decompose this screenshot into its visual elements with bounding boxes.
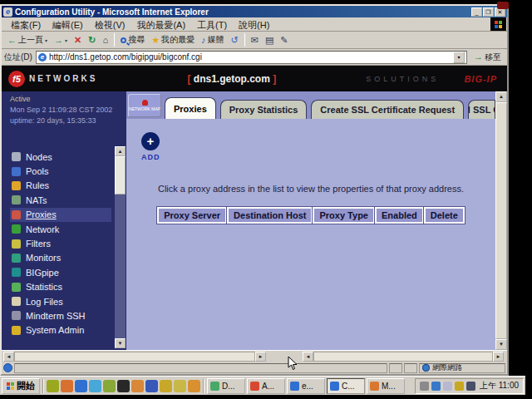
page-scrollbar-vertical[interactable]: ▲ ▼ bbox=[495, 91, 507, 350]
address-url[interactable]: http://dns1.getop.com/bigipgui/bigconf.c… bbox=[49, 52, 451, 62]
refresh-button[interactable]: ↻ bbox=[85, 35, 99, 46]
menu-item[interactable]: 工具(T) bbox=[191, 19, 233, 31]
quicklaunch-icon[interactable] bbox=[145, 380, 158, 392]
scroll-down-icon[interactable]: ▼ bbox=[115, 338, 126, 348]
sidebar-item[interactable]: Nodes bbox=[10, 150, 111, 164]
quicklaunch-icon[interactable] bbox=[61, 380, 73, 392]
address-dropdown-icon[interactable]: ▾ bbox=[453, 52, 465, 63]
task-button[interactable]: e... bbox=[287, 378, 325, 394]
print-icon: ▤ bbox=[265, 36, 273, 45]
stop-button[interactable]: ✕ bbox=[71, 35, 85, 46]
home-button[interactable]: ⌂ bbox=[99, 35, 111, 46]
sidebar-item[interactable]: Network bbox=[10, 222, 111, 236]
task-button[interactable]: M... bbox=[367, 378, 405, 394]
mail-button[interactable]: ✉ bbox=[248, 35, 262, 46]
sidebar-item[interactable]: Pools bbox=[10, 164, 111, 178]
back-button[interactable]: ← 上一頁 ▾ bbox=[4, 33, 51, 47]
ie-window-icon: e bbox=[3, 7, 12, 17]
sidebar-item[interactable]: Proxies bbox=[10, 208, 111, 222]
tray-icon[interactable] bbox=[443, 382, 452, 391]
search-button[interactable]: 搜尋 bbox=[117, 33, 148, 47]
forward-button[interactable]: → ▾ bbox=[51, 35, 71, 46]
sidebar-item[interactable]: Rules bbox=[10, 179, 111, 193]
scroll-thumb[interactable] bbox=[115, 156, 126, 195]
menu-item[interactable]: 檔案(F) bbox=[5, 19, 47, 31]
back-dropdown-icon[interactable]: ▾ bbox=[45, 37, 47, 43]
tray-icon[interactable] bbox=[420, 382, 429, 391]
sidebar-scrollbar-horizontal[interactable]: ◄ ► bbox=[3, 352, 266, 362]
menu-item[interactable]: 說明(H) bbox=[233, 19, 275, 31]
quicklaunch-icon[interactable] bbox=[47, 380, 59, 392]
scroll-track[interactable] bbox=[313, 352, 493, 362]
scroll-left-icon[interactable]: ◄ bbox=[3, 352, 14, 362]
tab[interactable]: Proxy Statistics bbox=[220, 100, 308, 119]
scroll-up-icon[interactable]: ▲ bbox=[495, 91, 507, 102]
scroll-track[interactable] bbox=[14, 352, 255, 362]
table-header-cell[interactable]: Enabled bbox=[375, 207, 424, 224]
forward-dropdown-icon[interactable]: ▾ bbox=[65, 37, 67, 43]
quicklaunch-icon[interactable] bbox=[75, 380, 87, 392]
sidebar-item[interactable]: System Admin bbox=[10, 323, 111, 337]
task-icon bbox=[290, 382, 299, 391]
quicklaunch-icon[interactable] bbox=[103, 380, 116, 392]
sidebar-item[interactable]: Log Files bbox=[10, 294, 111, 308]
network-map-button[interactable]: NETWORK MAP bbox=[128, 94, 161, 117]
tab[interactable]: Install SSL Certifi bbox=[468, 100, 495, 119]
table-header-cell[interactable]: Proxy Server bbox=[157, 207, 227, 224]
sidebar-item[interactable]: BIGpipe bbox=[10, 265, 111, 279]
print-button[interactable]: ▤ bbox=[262, 35, 277, 46]
tray-icon[interactable] bbox=[431, 382, 441, 391]
main-scrollbar-horizontal[interactable]: ◄ ► bbox=[303, 352, 504, 362]
quicklaunch-icon[interactable] bbox=[174, 380, 186, 392]
quicklaunch-icon[interactable] bbox=[160, 380, 172, 392]
scroll-up-icon[interactable]: ▲ bbox=[115, 146, 126, 156]
sidebar-item[interactable]: Monitors bbox=[10, 251, 111, 265]
maximize-button[interactable]: ❐ bbox=[483, 7, 494, 17]
sidebar-item-label: System Admin bbox=[26, 325, 84, 335]
task-button[interactable]: D... bbox=[207, 378, 245, 394]
tray-icon[interactable] bbox=[455, 382, 464, 391]
history-button[interactable]: ↺ bbox=[228, 35, 242, 46]
quicklaunch-icon[interactable] bbox=[89, 380, 101, 392]
scroll-thumb[interactable] bbox=[495, 102, 507, 339]
sidebar-item[interactable]: Statistics bbox=[10, 280, 111, 294]
scroll-right-icon[interactable]: ► bbox=[493, 352, 504, 362]
proxy-table: Proxy ServerDestination HostProxy TypeEn… bbox=[126, 207, 495, 224]
favorites-button[interactable]: ★ 我的最愛 bbox=[148, 33, 198, 47]
scroll-left-icon[interactable]: ◄ bbox=[303, 352, 313, 362]
address-input[interactable]: e http://dns1.getop.com/bigipgui/bigconf… bbox=[36, 51, 467, 64]
menu-item[interactable]: 檢視(V) bbox=[89, 19, 131, 31]
media-button[interactable]: ♪ 媒體 bbox=[198, 33, 228, 47]
zone-label: 網際網路 bbox=[432, 362, 462, 373]
go-button[interactable]: → 移至 bbox=[470, 52, 505, 63]
sidebar-item[interactable]: Mindterm SSH bbox=[10, 308, 111, 323]
minimize-button[interactable]: _ bbox=[471, 7, 482, 17]
quicklaunch-icon[interactable] bbox=[131, 380, 144, 392]
task-button[interactable]: A... bbox=[247, 378, 285, 394]
menu-item[interactable]: 編輯(E) bbox=[47, 19, 89, 31]
tray-icon[interactable] bbox=[466, 382, 475, 391]
tab[interactable]: Proxies bbox=[165, 97, 216, 119]
scroll-down-icon[interactable]: ▼ bbox=[495, 339, 507, 350]
bracket: ] bbox=[273, 73, 276, 85]
quicklaunch-icon[interactable] bbox=[188, 380, 200, 392]
edit-button[interactable]: ✎ bbox=[277, 35, 291, 46]
menu-item[interactable]: 我的最愛(A) bbox=[131, 19, 191, 31]
sidebar: Active Mon Sep 2 11:09:28 CST 2002 uptim… bbox=[2, 91, 126, 350]
taskbar-clock[interactable]: 上午 11:00 bbox=[480, 380, 519, 392]
sidebar-item-label: Mindterm SSH bbox=[26, 311, 86, 321]
add-button[interactable]: + ADD bbox=[141, 132, 160, 161]
tab[interactable]: Create SSL Certificate Request bbox=[311, 100, 464, 119]
sidebar-item[interactable]: Filters bbox=[10, 236, 111, 250]
add-plus-icon[interactable]: + bbox=[141, 132, 160, 150]
start-button[interactable]: 開始 bbox=[2, 378, 40, 394]
sidebar-item[interactable]: NATs bbox=[10, 193, 111, 207]
scroll-right-icon[interactable]: ► bbox=[255, 352, 266, 362]
quicklaunch-icon[interactable] bbox=[117, 380, 130, 392]
ie-throbber bbox=[490, 17, 506, 31]
table-header-cell[interactable]: Proxy Type bbox=[313, 207, 375, 224]
table-header-cell[interactable]: Delete bbox=[424, 207, 465, 224]
table-header-cell[interactable]: Destination Host bbox=[227, 207, 313, 224]
task-button[interactable]: C... bbox=[327, 378, 365, 394]
sidebar-scrollbar[interactable]: ▲ ▼ bbox=[115, 146, 126, 348]
